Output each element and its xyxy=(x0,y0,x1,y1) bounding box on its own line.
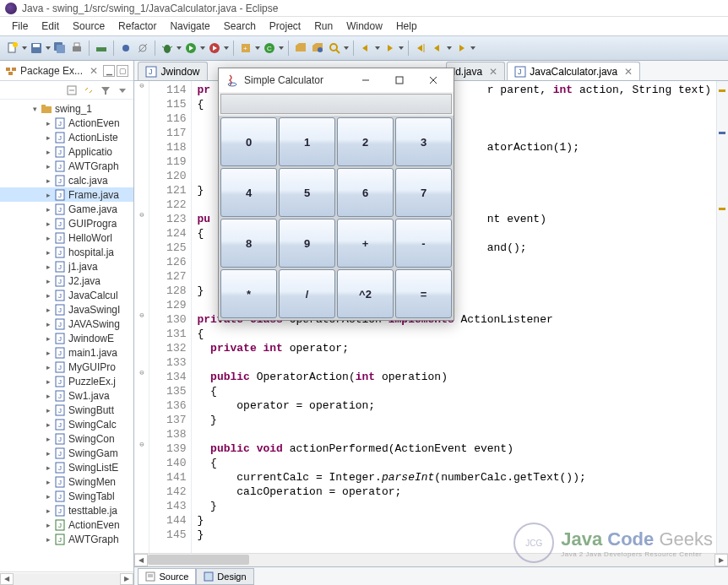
menu-file[interactable]: File xyxy=(5,18,35,35)
dropdown-icon[interactable] xyxy=(470,41,475,55)
scroll-left-icon[interactable]: ◀ xyxy=(134,554,148,566)
folding-ruler[interactable]: ⊖⊖⊖⊖⊖ xyxy=(134,81,149,553)
new-package-icon[interactable]: + xyxy=(238,41,253,56)
design-tab[interactable]: Design xyxy=(196,568,253,585)
calc-button-5[interactable]: 5 xyxy=(279,168,335,217)
tree-file[interactable]: ▸JSwingMen xyxy=(0,474,133,489)
scroll-right-icon[interactable]: ▶ xyxy=(714,554,728,566)
save-icon[interactable] xyxy=(29,41,44,56)
annotation-next-icon[interactable] xyxy=(382,41,397,56)
calc-button-0[interactable]: 0 xyxy=(220,117,277,166)
scroll-left-icon[interactable]: ◀ xyxy=(0,573,14,585)
tree-file[interactable]: ▸JActionListe xyxy=(0,130,133,144)
open-type-icon[interactable] xyxy=(293,41,308,56)
tree-file[interactable]: ▸JAWTGraph xyxy=(0,159,133,173)
dropdown-icon[interactable] xyxy=(177,41,182,55)
menu-window[interactable]: Window xyxy=(340,18,389,35)
close-tab-icon[interactable]: ✕ xyxy=(624,66,633,78)
tree-file[interactable]: ▸JGame.java xyxy=(0,202,133,216)
overview-ruler[interactable] xyxy=(716,81,728,553)
maximize-view-icon[interactable]: ▢ xyxy=(117,65,128,77)
view-menu-icon[interactable] xyxy=(117,84,128,96)
last-edit-icon[interactable] xyxy=(413,41,428,56)
calc-button-4[interactable]: 4 xyxy=(220,168,277,217)
tree-file[interactable]: ▸JJ2.java xyxy=(0,274,133,288)
dropdown-icon[interactable] xyxy=(255,41,260,55)
tree-file[interactable]: ▸JSwingTabl xyxy=(0,489,133,503)
tree-file[interactable]: ▸JSwingListE xyxy=(0,460,133,474)
collapse-all-icon[interactable] xyxy=(66,84,78,96)
run-icon[interactable] xyxy=(183,41,198,56)
tree-file[interactable]: ▸JActionEven xyxy=(0,116,133,130)
calc-button-1[interactable]: 1 xyxy=(279,117,335,166)
calc-button-2[interactable]: 2 xyxy=(337,117,394,166)
editor-tab[interactable]: ld.java ✕ xyxy=(446,62,506,80)
tree-horizontal-scrollbar[interactable]: ◀ ▶ xyxy=(0,571,133,585)
tree-file[interactable]: ▸Jj1.java xyxy=(0,259,133,274)
menu-edit[interactable]: Edit xyxy=(35,18,66,35)
dropdown-icon[interactable] xyxy=(375,41,380,55)
tree-file[interactable]: ▸Jmain1.java xyxy=(0,345,133,360)
dropdown-icon[interactable] xyxy=(447,41,452,55)
tree-file[interactable]: ▸JApplicatio xyxy=(0,144,133,159)
annotation-prev-icon[interactable] xyxy=(358,41,373,56)
debug-icon[interactable] xyxy=(160,41,175,56)
tree-file[interactable]: ▸JSwingCalc xyxy=(0,417,133,431)
project-tree[interactable]: ▾swing_1▸JActionEven▸JActionListe▸JAppli… xyxy=(0,100,133,571)
tree-file[interactable]: ▸JGUIProgra xyxy=(0,216,133,230)
calculator-titlebar[interactable]: Simple Calculator xyxy=(219,68,454,92)
calc-button-op2[interactable]: ^2 xyxy=(337,269,394,318)
tree-file[interactable]: ▸JAWTGraph xyxy=(0,532,133,546)
calc-button-6[interactable]: 6 xyxy=(337,168,394,217)
scrollbar-thumb[interactable] xyxy=(148,555,249,565)
new-class-icon[interactable]: C xyxy=(262,41,277,56)
tree-file[interactable]: ▸JPuzzleEx.j xyxy=(0,374,133,388)
print-icon[interactable] xyxy=(69,41,84,56)
tree-file[interactable]: ▸JJavaCalcul xyxy=(0,288,133,302)
open-task-icon[interactable] xyxy=(310,41,325,56)
close-view-icon[interactable]: ✕ xyxy=(90,65,98,77)
calc-button-op[interactable]: * xyxy=(220,269,277,318)
tree-file[interactable]: ▸JMyGUIPro xyxy=(0,360,133,374)
tree-file[interactable]: ▸JSwingCon xyxy=(0,431,133,446)
link-editor-icon[interactable] xyxy=(83,84,95,96)
search-icon[interactable] xyxy=(327,41,342,56)
dropdown-icon[interactable] xyxy=(224,41,229,55)
menu-run[interactable]: Run xyxy=(307,18,340,35)
back-icon[interactable] xyxy=(430,41,445,56)
menu-refactor[interactable]: Refactor xyxy=(111,18,163,35)
source-tab[interactable]: Source xyxy=(138,568,196,585)
editor-horizontal-scrollbar[interactable]: ◀ ▶ xyxy=(134,553,728,566)
tree-file[interactable]: ▸JSw1.java xyxy=(0,388,133,403)
calc-button-3[interactable]: 3 xyxy=(395,117,452,166)
close-tab-icon[interactable]: ✕ xyxy=(489,66,497,78)
calc-button-op[interactable]: - xyxy=(395,219,452,268)
editor-tab[interactable]: J Jwindow xyxy=(138,62,207,80)
calculator-window[interactable]: Simple Calculator 0123456789+-*/^2= xyxy=(218,68,454,321)
tree-file[interactable]: ▸JFrame.java xyxy=(0,187,133,202)
tree-file[interactable]: ▸JActionEven xyxy=(0,517,133,532)
forward-icon[interactable] xyxy=(454,41,469,56)
minimize-icon[interactable] xyxy=(349,68,383,92)
tree-file[interactable]: ▸JSwingButt xyxy=(0,403,133,417)
dropdown-icon[interactable] xyxy=(344,41,349,55)
filter-icon[interactable] xyxy=(100,84,111,96)
tree-file[interactable]: ▸JJavaSwingI xyxy=(0,302,133,317)
calc-button-7[interactable]: 7 xyxy=(395,168,452,217)
tree-file[interactable]: ▸JHelloWorl xyxy=(0,230,133,245)
maximize-icon[interactable] xyxy=(383,68,416,92)
dropdown-icon[interactable] xyxy=(46,41,51,55)
minimize-view-icon[interactable]: ▁ xyxy=(103,65,115,77)
tree-file[interactable]: ▸Jtesttable.ja xyxy=(0,503,133,517)
menu-project[interactable]: Project xyxy=(263,18,307,35)
calc-button-op[interactable]: + xyxy=(337,219,394,268)
editor-tab[interactable]: J JavaCalculator.java ✕ xyxy=(507,62,640,80)
save-all-icon[interactable] xyxy=(52,41,68,56)
dropdown-icon[interactable] xyxy=(399,41,404,55)
dropdown-icon[interactable] xyxy=(279,41,284,55)
menu-search[interactable]: Search xyxy=(217,18,263,35)
scroll-right-icon[interactable]: ▶ xyxy=(120,573,133,585)
tree-file[interactable]: ▸JJwindowE xyxy=(0,331,133,345)
tree-file[interactable]: ▸Jhospital.ja xyxy=(0,245,133,259)
run-last-icon[interactable] xyxy=(207,41,222,56)
